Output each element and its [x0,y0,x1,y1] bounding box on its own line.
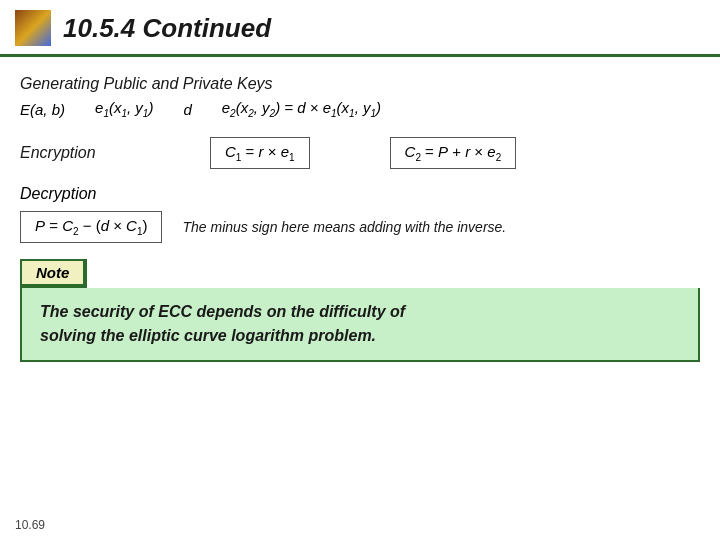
encryption-row: Encryption C1 = r × e1 C2 = P + r × e2 [20,137,700,169]
page-title: 10.5.4 Continued [63,13,271,44]
note-body: The security of ECC depends on the diffi… [20,288,700,362]
note-section: Note The security of ECC depends on the … [20,259,700,362]
decryption-note-text: The minus sign here means adding with th… [182,219,506,235]
decryption-section: Decryption P = C2 − (d × C1) The minus s… [20,185,700,243]
note-label: Note [20,259,85,286]
decryption-formula: P = C2 − (d × C1) [20,211,162,243]
encryption-formula2: C2 = P + r × e2 [390,137,517,169]
header: 10.5.4 Continued [0,0,720,57]
header-icon [15,10,51,46]
encryption-formula1: C1 = r × e1 [210,137,310,169]
page-number: 10.69 [15,518,45,532]
main-content: Generating Public and Private Keys E(a, … [0,57,720,372]
key-d: d [183,101,191,118]
note-line2: solving the elliptic curve logarithm pro… [40,327,376,344]
key-e1: e1(x1, y1) [95,99,153,119]
note-line1: The security of ECC depends on the diffi… [40,303,405,320]
section1-title: Generating Public and Private Keys [20,75,700,93]
encryption-label: Encryption [20,144,130,162]
decryption-label: Decryption [20,185,700,203]
key-e2-formula: e2(x2, y2) = d × e1(x1, y1) [222,99,381,119]
key-ea-b: E(a, b) [20,101,65,118]
key-row: E(a, b) e1(x1, y1) d e2(x2, y2) = d × e1… [20,99,700,119]
decryption-formula-row: P = C2 − (d × C1) The minus sign here me… [20,211,700,243]
